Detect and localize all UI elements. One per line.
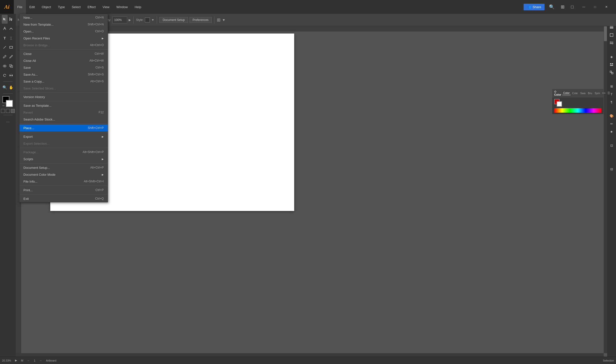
vertical-scrollbar-thumb[interactable]: [604, 26, 607, 41]
rectangle-tool[interactable]: [8, 43, 14, 52]
color-tab-cole[interactable]: Cole: [571, 91, 579, 95]
zoom-tool[interactable]: 🔍: [2, 83, 8, 92]
background-color[interactable]: [6, 100, 13, 107]
document-setup-button[interactable]: Document Setup: [159, 17, 188, 23]
color-swatch-area: ↩: [2, 96, 13, 107]
menu-sep-8: [19, 194, 108, 194]
artboard-text: Artboard: [46, 359, 56, 362]
line-segment-tool[interactable]: [2, 43, 8, 52]
menu-item-save-copy[interactable]: Save a Copy... Alt+Ctrl+S: [19, 78, 108, 85]
menu-item-open[interactable]: Open... Ctrl+O: [19, 28, 108, 35]
pen-tool[interactable]: [2, 24, 8, 33]
preferences-button[interactable]: Preferences: [189, 17, 212, 23]
color-panel-menu[interactable]: ☰: [607, 91, 610, 95]
default-colors-button[interactable]: ↩: [2, 104, 4, 107]
grid-icon[interactable]: ⊞: [559, 3, 566, 11]
color-panel-expand[interactable]: >>: [602, 91, 605, 95]
menu-item-save[interactable]: Save Ctrl+S: [19, 64, 108, 71]
menu-item-place[interactable]: Place... Shift+Ctrl+P: [19, 124, 108, 131]
reflect-tool[interactable]: [8, 71, 14, 80]
layout-icon[interactable]: □: [569, 3, 576, 11]
vertical-scrollbar[interactable]: [604, 26, 607, 353]
menu-item-search-stock[interactable]: Search Adobe Stock...: [19, 116, 108, 123]
menu-item-new[interactable]: New... Ctrl+N: [19, 14, 108, 21]
pencil-tool[interactable]: [8, 52, 14, 61]
type-tool[interactable]: T: [2, 34, 8, 42]
maximize-button[interactable]: □: [589, 3, 601, 11]
menu-effect[interactable]: Effect: [84, 0, 99, 14]
paintbrush-tool[interactable]: [2, 52, 8, 61]
menu-item-save-as[interactable]: Save As... Shift+Ctrl+S: [19, 71, 108, 78]
line-tool-group: [0, 43, 16, 52]
normal-mode[interactable]: [1, 109, 5, 113]
menu-sep-3: [19, 123, 108, 124]
menu-object[interactable]: Object: [38, 0, 54, 14]
menu-item-open-recent[interactable]: Open Recent Files ▶: [19, 35, 108, 42]
minimize-button[interactable]: —: [578, 3, 589, 11]
menu-item-browse-bridge: Browse in Bridge... Alt+Ctrl+O: [19, 42, 108, 49]
menu-item-document-setup[interactable]: Document Setup... Alt+Ctrl+P: [19, 164, 108, 171]
screen-mode[interactable]: [6, 109, 10, 113]
style-color-box[interactable]: [145, 17, 150, 22]
align-panel-button[interactable]: [608, 61, 615, 68]
opacity-field[interactable]: [112, 17, 127, 23]
menu-item-save-template[interactable]: Save as Template...: [19, 102, 108, 109]
color-tab-color[interactable]: Color: [562, 91, 571, 95]
menu-edit[interactable]: Edit: [26, 0, 38, 14]
color-fg-bg: [554, 99, 562, 107]
menu-item-new-template[interactable]: New from Template... Shift+Ctrl+N: [19, 21, 108, 28]
menu-select[interactable]: Select: [68, 0, 84, 14]
menu-view[interactable]: View: [99, 0, 113, 14]
selection-tool[interactable]: [2, 15, 8, 24]
expand-panel-button[interactable]: ⊟: [608, 166, 615, 173]
shape-builder-tool[interactable]: [2, 62, 8, 70]
hand-tool[interactable]: ✋: [8, 83, 14, 92]
menu-item-close[interactable]: Close Ctrl+W: [19, 50, 108, 57]
swatches-panel-button[interactable]: 🎨: [608, 112, 615, 119]
style-arrow: ▼: [151, 18, 154, 22]
libraries-panel-button[interactable]: [608, 32, 615, 38]
symbols-panel-button[interactable]: ★: [608, 128, 615, 135]
color-tab-swa[interactable]: Swa: [579, 91, 586, 95]
more-tools-button[interactable]: ···: [2, 118, 14, 126]
menu-item-close-all[interactable]: Close All Alt+Ctrl+W: [19, 57, 108, 64]
properties-button-2[interactable]: [608, 39, 615, 46]
svg-rect-17: [612, 63, 613, 64]
svg-rect-18: [610, 65, 613, 66]
menu-type[interactable]: Type: [54, 0, 68, 14]
pathfinder-panel-button[interactable]: ⊞: [608, 83, 615, 90]
menu-file[interactable]: File: [14, 0, 26, 14]
menu-item-scripts[interactable]: Scripts ▶: [19, 156, 108, 162]
menu-help[interactable]: Help: [131, 0, 145, 14]
brushes-panel-button[interactable]: ✏: [608, 120, 615, 127]
horizontal-scrollbar[interactable]: [16, 353, 604, 357]
touch-type-tool[interactable]: ⌶: [8, 34, 14, 42]
menu-item-exit[interactable]: Exit Ctrl+Q: [19, 195, 108, 202]
appearance-button[interactable]: ◈: [608, 53, 615, 60]
transform-panel-button[interactable]: [608, 69, 615, 76]
close-button[interactable]: ✕: [601, 3, 612, 11]
menu-item-file-info[interactable]: File Info... Alt+Shift+Ctrl+I: [19, 178, 108, 185]
color-tab-sym[interactable]: Sym: [594, 91, 601, 95]
curvature-tool[interactable]: [8, 24, 14, 33]
hue-gradient[interactable]: [554, 108, 601, 113]
search-icon[interactable]: 🔍: [547, 3, 556, 11]
page-arrow-right: →: [39, 359, 42, 362]
selection-tool-group: [0, 15, 16, 24]
align-icon[interactable]: ⊞: [217, 17, 221, 23]
menu-item-print[interactable]: Print... Ctrl+P: [19, 187, 108, 193]
menu-item-document-color-mode[interactable]: Document Color Mode ▶: [19, 171, 108, 178]
direct-selection-tool[interactable]: [8, 15, 14, 24]
full-screen-mode[interactable]: [11, 109, 15, 113]
rotate-tool[interactable]: [2, 71, 8, 80]
color-tab-bru[interactable]: Bru: [587, 91, 593, 95]
paragraph-panel-button[interactable]: ¶: [608, 99, 615, 105]
menu-window[interactable]: Window: [113, 0, 131, 14]
menu-item-version-history[interactable]: Version History: [19, 93, 108, 100]
pathfinder-tool[interactable]: [8, 62, 14, 70]
share-button[interactable]: 👥 Share: [524, 4, 545, 10]
menu-item-export[interactable]: Export ▶: [19, 133, 108, 140]
bg-color-swatch[interactable]: [557, 101, 562, 107]
menu-sep-5: [19, 148, 108, 148]
graphic-styles-button[interactable]: ⊡: [608, 142, 615, 149]
